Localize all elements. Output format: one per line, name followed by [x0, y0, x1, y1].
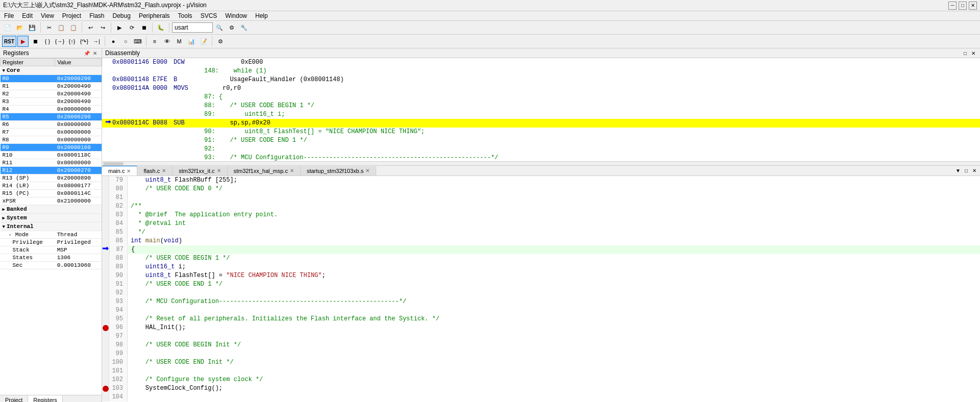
close-flash-c[interactable]: ✕ [162, 168, 166, 173]
tb-step[interactable]: { } [42, 36, 53, 47]
bp-99[interactable] [103, 351, 109, 357]
table-row[interactable]: R110x00000000 [1, 159, 102, 167]
table-row[interactable]: R30x20000490 [1, 98, 102, 106]
menu-edit[interactable]: Edit [18, 11, 37, 20]
bp-85[interactable] [103, 230, 109, 236]
tb-rebuild[interactable]: ⟳ [126, 22, 137, 33]
bp-101[interactable] [103, 368, 109, 374]
tab-stm32f1xx-it[interactable]: stm32f1xx_it.c ✕ [173, 166, 227, 175]
tb-build[interactable]: ▶ [114, 22, 125, 33]
close-main-c[interactable]: ✕ [127, 168, 131, 174]
disasm-float[interactable]: □ [962, 49, 969, 57]
table-row[interactable]: R50x20000290 [1, 113, 102, 121]
tb-search[interactable]: 🔍 [214, 22, 225, 33]
bp-90[interactable] [103, 273, 109, 279]
bp-88[interactable] [103, 256, 109, 262]
tb-mem[interactable]: M [174, 36, 185, 47]
tb-stop2[interactable]: ⏹ [30, 36, 41, 47]
close-button[interactable]: ✕ [969, 2, 977, 10]
menu-file[interactable]: File [0, 11, 18, 20]
tab-flash-c[interactable]: flash.c ✕ [137, 166, 173, 175]
bp-97[interactable] [103, 334, 109, 340]
table-row[interactable]: R60x00000000 [1, 121, 102, 129]
tb-wrench[interactable]: 🔧 [238, 22, 250, 33]
tb-rst[interactable]: RST [2, 36, 16, 47]
tb-run[interactable]: ▶ [17, 36, 29, 47]
bp-92[interactable] [103, 290, 109, 296]
tb-open[interactable]: 📂 [14, 22, 26, 33]
menu-debug[interactable]: Debug [109, 11, 135, 20]
disasm-scrollbar[interactable] [102, 161, 980, 165]
table-row[interactable]: R70x00000000 [1, 129, 102, 136]
table-row[interactable]: States1306 [1, 254, 102, 262]
menu-project[interactable]: Project [58, 11, 85, 20]
bp-104[interactable] [103, 394, 109, 400]
table-row[interactable]: R80x00000000 [1, 136, 102, 144]
table-row[interactable]: R15 (PC)0x0800114C [1, 190, 102, 197]
tb-new[interactable]: 📄 [2, 22, 13, 33]
tb-disasm[interactable]: ≡ [149, 36, 160, 47]
bp-79[interactable] [103, 178, 109, 184]
tb-save[interactable]: 💾 [27, 22, 38, 33]
bp-103[interactable] [103, 386, 109, 392]
bp-84[interactable] [103, 221, 109, 227]
tb-cut[interactable]: ✂ [43, 22, 55, 33]
bp-86[interactable] [103, 238, 109, 244]
table-row[interactable]: R100x0800118C [1, 152, 102, 159]
bp-94[interactable] [103, 308, 109, 314]
tab-main-c[interactable]: main.c ✕ [102, 166, 137, 175]
menu-peripherals[interactable]: Peripherals [135, 11, 174, 20]
disasm-close[interactable]: ✕ [970, 49, 977, 57]
tb-copy[interactable]: 📋 [56, 22, 67, 33]
table-row[interactable]: PrivilegePrivileged [1, 239, 102, 246]
tb-bp-toggle[interactable]: ● [108, 36, 119, 47]
tb-stop[interactable]: ⏹ [138, 22, 150, 33]
disassembly-content[interactable]: 0x08001146 E000 DCW 0xE000 148: while (1… [102, 58, 980, 161]
table-row[interactable]: R14 (LR)0x08000177 [1, 182, 102, 190]
tb-perf[interactable]: 📊 [186, 36, 197, 47]
bp-89[interactable] [103, 264, 109, 270]
table-row[interactable]: R90x20000160 [1, 144, 102, 152]
bp-93[interactable] [103, 299, 109, 305]
tb-target-options[interactable]: ⚙ [226, 22, 237, 33]
minimize-button[interactable]: ─ [948, 2, 957, 10]
table-row[interactable]: Sec0.00013060 [1, 262, 102, 269]
bp-80[interactable] [103, 186, 109, 192]
table-row[interactable]: R13 (SP)0x20000890 [1, 174, 102, 182]
code-content[interactable]: 79 uint8_t FlashRBuff [255]; 80 /* USER … [102, 176, 980, 402]
menu-tools[interactable]: Tools [174, 11, 197, 20]
menu-help[interactable]: Help [251, 11, 272, 20]
bp-102[interactable] [103, 377, 109, 383]
registers-close[interactable]: ✕ [91, 49, 99, 57]
tb-step-into[interactable]: {→} [54, 36, 65, 47]
table-row[interactable]: StackMSP [1, 246, 102, 254]
menu-svcs[interactable]: SVCS [197, 11, 222, 20]
tb-log[interactable]: 📝 [198, 36, 209, 47]
tb-watch[interactable]: 👁 [161, 36, 173, 47]
menu-flash[interactable]: Flash [85, 11, 108, 20]
bp-82[interactable] [103, 204, 109, 210]
search-input[interactable] [172, 22, 213, 33]
tab-dropdown-btn[interactable]: ▼ [954, 167, 962, 174]
tb-debug[interactable]: 🐛 [155, 22, 166, 33]
close-hal-msp[interactable]: ✕ [290, 168, 294, 173]
menu-view[interactable]: View [37, 11, 58, 20]
tab-project[interactable]: Project [0, 395, 28, 402]
menu-window[interactable]: Window [221, 11, 251, 20]
table-row[interactable]: R120x20000270 [1, 167, 102, 174]
bp-91[interactable] [103, 282, 109, 288]
bp-96[interactable] [103, 325, 109, 331]
tb-settings[interactable]: ⚙ [215, 36, 226, 47]
table-row[interactable]: R10x20000490 [1, 83, 102, 90]
bp-81[interactable] [103, 195, 109, 201]
tb-step-over[interactable]: {↷} [79, 36, 90, 47]
bp-83[interactable] [103, 212, 109, 218]
bp-95[interactable] [103, 316, 109, 322]
tb-bp-clear[interactable]: ○ [120, 36, 131, 47]
bp-100[interactable] [103, 360, 109, 366]
tb-step-out[interactable]: {↑} [66, 36, 78, 47]
tab-hal-msp[interactable]: stm32f1xx_hal_msp.c ✕ [228, 166, 301, 175]
tb-undo[interactable]: ↩ [85, 22, 96, 33]
tb-paste[interactable]: 📋 [68, 22, 79, 33]
tab-registers[interactable]: Registers [28, 395, 62, 402]
